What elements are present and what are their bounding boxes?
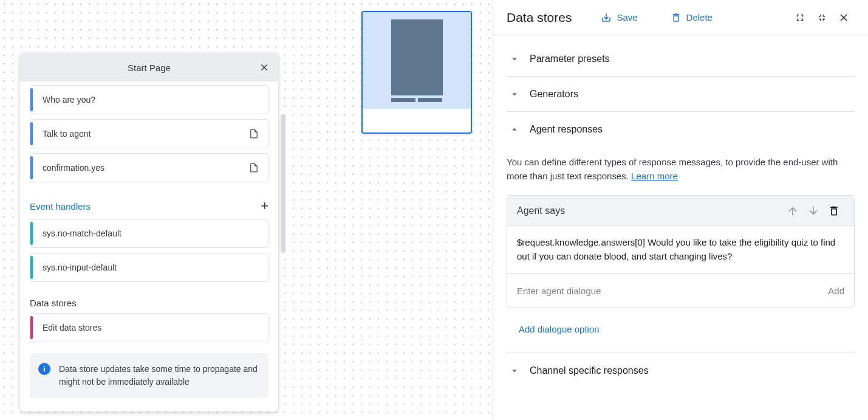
event-label: sys.no-match-default — [43, 229, 121, 238]
flow-canvas[interactable]: Start Page Who are you? Talk to agent co… — [0, 0, 493, 420]
exit-fullscreen-icon[interactable] — [811, 7, 833, 29]
start-page-title: Start Page — [128, 63, 171, 73]
section-label: Data stores — [30, 298, 77, 308]
learn-more-link[interactable]: Learn more — [631, 171, 678, 181]
delete-label: Delete — [686, 12, 713, 22]
section-agent-responses[interactable]: Agent responses — [507, 112, 855, 147]
agent-says-heading: Agent says — [517, 205, 565, 216]
start-page-header: Start Page — [20, 53, 278, 81]
section-label: Event handlers — [30, 201, 91, 212]
section-channel-specific[interactable]: Channel specific responses — [507, 353, 855, 388]
fullscreen-icon[interactable] — [789, 7, 811, 29]
chevron-down-icon — [509, 89, 520, 100]
right-panel: Data stores Save Delete Paramet — [493, 0, 868, 420]
info-icon: i — [38, 363, 50, 375]
event-handler-item[interactable]: sys.no-match-default — [30, 219, 268, 248]
add-dialogue-option-button[interactable]: Add dialogue option — [519, 324, 600, 334]
add-event-handler-button[interactable]: + — [261, 198, 268, 214]
chevron-up-icon — [509, 124, 520, 135]
scrollbar[interactable] — [281, 114, 285, 253]
agent-responses-description: You can define different types of respon… — [507, 156, 855, 183]
agent-dialogue-input[interactable] — [517, 286, 828, 296]
close-icon[interactable] — [256, 60, 272, 75]
section-label: Agent responses — [530, 124, 603, 135]
event-label: sys.no-input-default — [43, 263, 117, 272]
route-label: Who are you? — [43, 95, 95, 105]
save-button[interactable]: Save — [595, 9, 643, 27]
edit-data-stores-item[interactable]: Edit data stores — [30, 313, 268, 342]
intent-list: Who are you? Talk to agent confirmation.… — [30, 85, 268, 182]
move-down-icon[interactable] — [803, 201, 824, 221]
minimap-node — [391, 19, 443, 95]
page-icon — [248, 162, 259, 173]
info-banner: i Data store updates take some time to p… — [30, 353, 268, 398]
data-stores-heading-row: Data stores — [30, 298, 268, 308]
minimap[interactable] — [361, 11, 472, 134]
add-dialogue-button[interactable]: Add — [828, 286, 844, 296]
delete-button[interactable]: Delete — [665, 9, 719, 27]
event-handlers-heading: Event handlers + — [30, 198, 268, 214]
info-text: Data store updates take some time to pro… — [59, 364, 258, 387]
start-page-card: Start Page Who are you? Talk to agent co… — [20, 53, 278, 411]
delete-icon[interactable] — [824, 201, 844, 221]
section-parameter-presets[interactable]: Parameter presets — [507, 41, 855, 77]
page-icon — [248, 128, 259, 139]
section-label: Parameter presets — [530, 53, 610, 64]
minimap-node — [418, 98, 442, 102]
route-item[interactable]: confirmation.yes — [30, 153, 268, 182]
save-label: Save — [617, 12, 637, 22]
panel-title: Data stores — [507, 10, 572, 25]
section-generators[interactable]: Generators — [507, 77, 855, 112]
section-label: Channel specific responses — [530, 365, 649, 376]
event-handler-item[interactable]: sys.no-input-default — [30, 253, 268, 282]
section-label: Generators — [530, 89, 578, 100]
close-panel-icon[interactable] — [833, 7, 855, 29]
chevron-down-icon — [509, 53, 520, 64]
route-item[interactable]: Talk to agent — [30, 119, 268, 148]
route-item[interactable]: Who are you? — [30, 85, 268, 114]
panel-header: Data stores Save Delete — [493, 0, 868, 35]
agent-says-card: Agent says $request.knowledge.answers[0]… — [507, 195, 855, 308]
chevron-down-icon — [509, 365, 520, 376]
move-up-icon[interactable] — [782, 201, 803, 221]
agent-says-text[interactable]: $request.knowledge.answers[0] Would you … — [507, 226, 854, 274]
route-label: Talk to agent — [43, 129, 91, 139]
minimap-node — [391, 98, 415, 102]
edit-data-stores-label: Edit data stores — [43, 323, 101, 332]
route-label: confirmation.yes — [43, 163, 104, 173]
